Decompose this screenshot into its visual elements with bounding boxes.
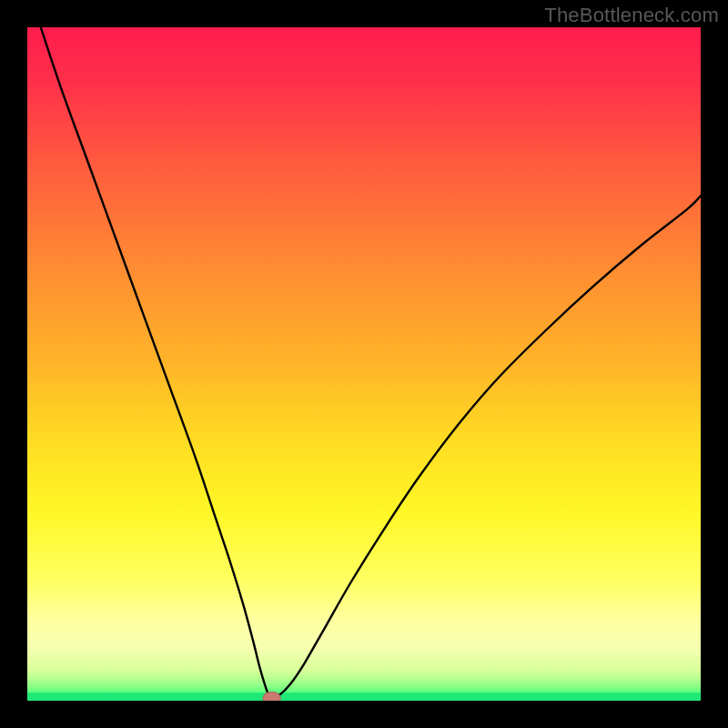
bottleneck-curve <box>41 27 701 698</box>
plot-area <box>27 27 701 701</box>
watermark-text: TheBottleneck.com <box>544 4 719 27</box>
chart-container: TheBottleneck.com <box>0 0 728 728</box>
curve-layer <box>27 27 701 701</box>
optimum-marker <box>263 692 280 701</box>
